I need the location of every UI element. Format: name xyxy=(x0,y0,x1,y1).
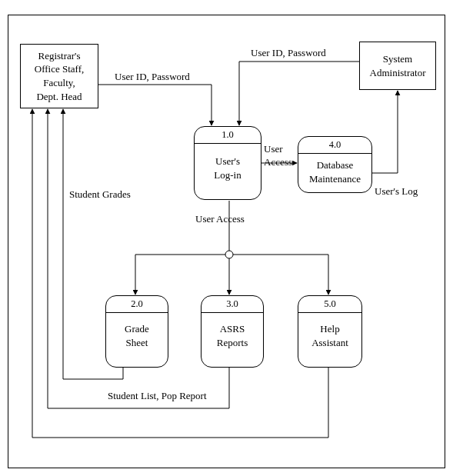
process-name: Help Assistant xyxy=(298,313,361,354)
process-name: User's Log-in xyxy=(195,144,261,186)
process-name: ASRS Reports xyxy=(202,313,263,354)
process-2-gradesheet: 2.0 Grade Sheet xyxy=(105,295,168,368)
flow-label-users-log: User's Log xyxy=(375,185,418,198)
diagram-canvas: Registrar's Office Staff, Faculty, Dept.… xyxy=(0,0,453,476)
process-name: Database Maintenance xyxy=(298,154,371,190)
process-id: 3.0 xyxy=(202,296,263,313)
process-id: 1.0 xyxy=(195,127,261,144)
entity-sysadmin: System Administrator xyxy=(359,42,436,90)
process-id: 4.0 xyxy=(298,137,371,154)
process-5-help: 5.0 Help Assistant xyxy=(298,295,362,368)
process-3-asrs: 3.0 ASRS Reports xyxy=(201,295,264,368)
flow-label-userid-1: User ID, Password xyxy=(115,71,190,83)
flow-label-student-grades: Student Grades xyxy=(69,188,131,201)
process-name: Grade Sheet xyxy=(106,313,168,354)
entity-registrar: Registrar's Office Staff, Faculty, Dept.… xyxy=(20,44,98,108)
process-4-dbmaint: 4.0 Database Maintenance xyxy=(298,136,372,193)
flow-label-student-list: Student List, Pop Report xyxy=(108,390,207,402)
process-id: 5.0 xyxy=(298,296,361,313)
process-1-login: 1.0 User's Log-in xyxy=(194,126,261,200)
flow-label-user-access-2: User Access xyxy=(195,213,245,225)
process-id: 2.0 xyxy=(106,296,168,313)
flow-label-user-access-1: User Access xyxy=(264,143,292,169)
flow-label-userid-2: User ID, Password xyxy=(251,47,326,59)
